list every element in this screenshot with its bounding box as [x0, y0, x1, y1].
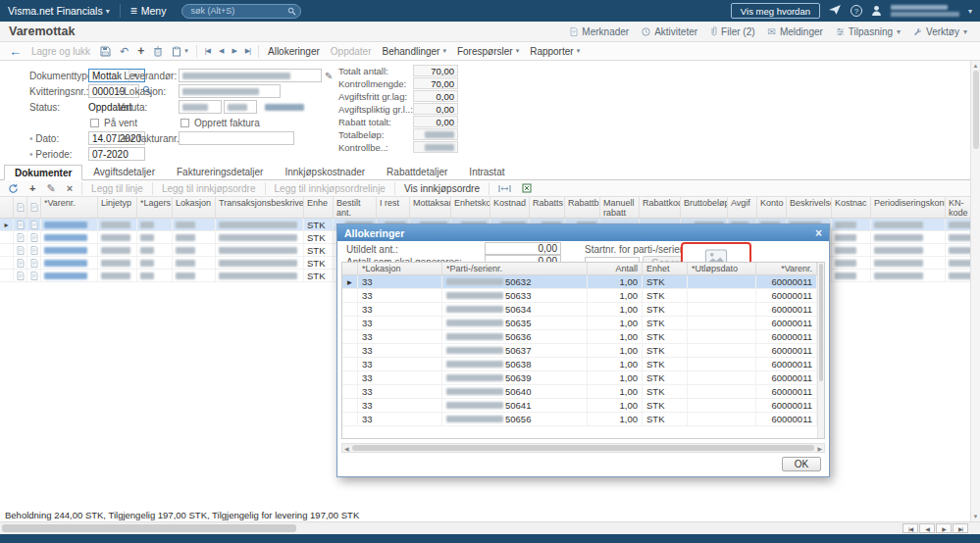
vscroll-thumb[interactable]: [973, 71, 979, 149]
modal-column-header[interactable]: *Varenr.: [756, 263, 817, 274]
column-header[interactable]: I rest: [377, 197, 410, 218]
add-po-line-button[interactable]: Legg til innkjøpsordrelinje: [270, 181, 390, 196]
save-close-button[interactable]: Lagre og lukk: [26, 43, 95, 60]
modal-table-row[interactable]: 33506331,00STK60000011: [342, 289, 824, 303]
activities-button[interactable]: Aktiviteter: [642, 26, 697, 37]
cell-varenr[interactable]: 60000011: [756, 371, 817, 384]
cell-enhet[interactable]: STK: [643, 303, 688, 316]
show-me-how-button[interactable]: Vis meg hvordan: [731, 3, 820, 19]
tab-innkjopskostnader[interactable]: Innkjøpskostnader: [274, 164, 376, 179]
note-icon[interactable]: [14, 219, 27, 230]
column-header[interactable]: Transaksjonsbeskrivelse: [216, 197, 304, 218]
brand[interactable]: Visma.net Financials ▾: [8, 5, 110, 17]
vertical-scrollbar[interactable]: ▲ ▼: [970, 61, 980, 521]
valuta-rate-field[interactable]: [179, 100, 222, 114]
cell[interactable]: [137, 270, 173, 281]
modal-hscrollbar[interactable]: ◀ ▶: [341, 443, 825, 453]
back-button[interactable]: ←: [5, 43, 26, 60]
column-header[interactable]: Linjetyp: [98, 197, 137, 218]
cell[interactable]: [832, 219, 871, 230]
delete-row-button[interactable]: ×: [62, 181, 77, 196]
cell[interactable]: [946, 270, 970, 281]
modal-column-header[interactable]: Antall: [588, 263, 643, 274]
cell[interactable]: [871, 257, 946, 269]
column-header[interactable]: Avgif: [728, 197, 757, 218]
refresh-button[interactable]: [3, 181, 24, 196]
horizontal-scrollbar[interactable]: |◀ ◀ ▶ ▶|: [0, 521, 980, 534]
cell-varenr[interactable]: 60000011: [756, 275, 817, 288]
cell[interactable]: [137, 231, 173, 243]
attachment-icon[interactable]: [27, 219, 41, 230]
scroll-up-icon[interactable]: ▲: [973, 61, 979, 71]
cell[interactable]: [173, 219, 216, 230]
cell-serial[interactable]: 50641: [442, 399, 588, 412]
valuta-code-field[interactable]: [224, 100, 257, 114]
column-header[interactable]: Manuell rabatt: [600, 197, 640, 218]
cell[interactable]: [946, 219, 970, 230]
column-header[interactable]: Beskrivelse: [787, 197, 832, 218]
cell[interactable]: [832, 231, 871, 243]
cell-lokasjon[interactable]: 33: [358, 385, 442, 398]
cell-antall[interactable]: 1,00: [588, 344, 643, 357]
cell-lokasjon[interactable]: 33: [358, 344, 442, 357]
cell-varenr[interactable]: 60000011: [756, 385, 817, 398]
cell[interactable]: [173, 244, 216, 256]
cell-varenr[interactable]: 60000011: [756, 358, 817, 370]
hscroll-thumb[interactable]: [2, 524, 296, 532]
column-header[interactable]: Kostnac: [832, 197, 871, 218]
cell-antall[interactable]: 1,00: [588, 358, 643, 370]
column-header[interactable]: *Lagers: [137, 197, 173, 218]
release-button[interactable]: Oppdater: [326, 43, 377, 60]
note-icon[interactable]: [14, 244, 27, 256]
modal-table-row[interactable]: 33506561,00STK60000011: [342, 413, 824, 426]
modal-scroll-right-icon[interactable]: ▶: [817, 445, 822, 452]
actions-menu[interactable]: Behandlinger ▾: [378, 43, 451, 60]
cell-enhet[interactable]: STK: [643, 289, 688, 302]
help-icon[interactable]: ?: [851, 5, 862, 17]
cell[interactable]: [137, 257, 173, 269]
modal-table-row[interactable]: 33506351,00STK60000011: [342, 317, 824, 330]
modal-table-row[interactable]: 33506371,00STK60000011: [342, 344, 824, 358]
add-po-button[interactable]: Legg til innkjøpsordre: [157, 181, 261, 196]
cell[interactable]: [173, 231, 216, 243]
cell[interactable]: [871, 219, 946, 230]
leverandor-field[interactable]: [179, 69, 322, 82]
cell[interactable]: [871, 270, 946, 281]
cell-enhet[interactable]: STK: [643, 371, 688, 384]
column-header[interactable]: *Varenr.: [41, 197, 98, 218]
cell[interactable]: [41, 244, 98, 256]
files-button[interactable]: Filer (2): [710, 26, 754, 37]
cell[interactable]: STK: [304, 219, 334, 230]
add-row-button[interactable]: +: [25, 181, 40, 196]
allocations-button[interactable]: Allokeringer: [263, 43, 325, 60]
lev-fakturanr-field[interactable]: [179, 131, 294, 145]
modal-table-row[interactable]: 33506361,00STK60000011: [342, 330, 824, 344]
cell[interactable]: [216, 244, 304, 256]
reports-menu[interactable]: Rapporter ▾: [525, 43, 585, 60]
cell[interactable]: [871, 244, 946, 256]
cell-enhet[interactable]: STK: [643, 330, 688, 343]
cell-lokasjon[interactable]: 33: [358, 317, 442, 329]
customization-button[interactable]: Tilpasning ▾: [836, 26, 901, 37]
cell-varenr[interactable]: 60000011: [756, 303, 817, 316]
cell[interactable]: STK: [304, 231, 334, 243]
save-icon[interactable]: [96, 43, 115, 60]
cell-serial[interactable]: 50639: [442, 371, 588, 384]
cell-lokasjon[interactable]: 33: [358, 303, 442, 316]
modal-hscroll-thumb[interactable]: [352, 445, 815, 451]
search-input[interactable]: [181, 4, 301, 19]
cell-lokasjon[interactable]: 33: [358, 399, 442, 412]
modal-column-header[interactable]: *Parti-/serienr.: [442, 263, 588, 274]
note-icon[interactable]: [14, 231, 27, 243]
cell-antall[interactable]: 1,00: [588, 399, 643, 412]
cell[interactable]: STK: [304, 244, 334, 256]
modal-vscrollbar[interactable]: [817, 263, 824, 438]
cell-antall[interactable]: 1,00: [588, 317, 643, 329]
notes-button[interactable]: Merknader: [570, 26, 629, 37]
cell-utlopsdato[interactable]: [688, 344, 756, 357]
column-header[interactable]: Bruttobeløp: [681, 197, 728, 218]
cell[interactable]: [946, 231, 970, 243]
cell-enhet[interactable]: STK: [643, 358, 688, 370]
cell[interactable]: [137, 219, 173, 230]
cell-utlopsdato[interactable]: [688, 330, 756, 343]
